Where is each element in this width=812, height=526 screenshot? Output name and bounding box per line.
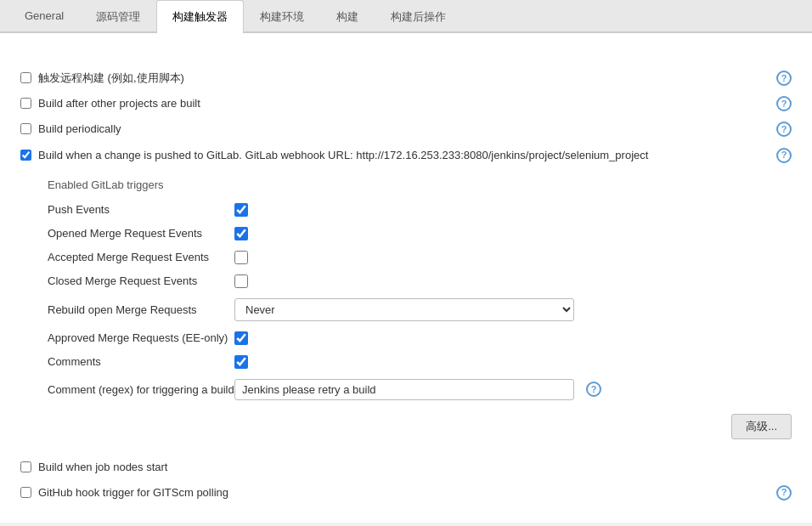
gl-row-approved: Approved Merge Requests (EE-only): [48, 326, 792, 350]
gl-label-approved: Approved Merge Requests (EE-only): [48, 331, 234, 344]
tab-general[interactable]: General: [8, 0, 80, 33]
gl-row-closed_merge: Closed Merge Request Events: [48, 269, 792, 293]
trigger-label-job_nodes: Build when job nodes start: [38, 460, 792, 475]
tab-bar: General源码管理构建触发器构建环境构建构建后操作: [0, 0, 812, 33]
triggers-container: 触发远程构建 (例如,使用脚本)?Build after other proje…: [20, 65, 792, 448]
gl-row-opened_merge: Opened Merge Request Events: [48, 222, 792, 246]
help-icon-gitlab[interactable]: ?: [776, 148, 792, 163]
trigger-label-github_hook: GitHub hook trigger for GITScm polling: [38, 485, 770, 501]
main-content: 触发远程构建 (例如,使用脚本)?Build after other proje…: [0, 33, 812, 523]
trigger-label-gitlab: Build when a change is pushed to GitLab.…: [38, 148, 770, 163]
trigger-row-periodically: Build periodically?: [20, 116, 792, 142]
trigger-checkbox-github_hook[interactable]: [20, 487, 31, 498]
gitlab-section-label: Enabled GitLab triggers: [48, 175, 792, 198]
gl-label-comments: Comments: [48, 355, 234, 368]
tab-source[interactable]: 源码管理: [80, 0, 156, 33]
gl-row-accepted_merge: Accepted Merge Request Events: [48, 246, 792, 269]
gl-comment-regex-input[interactable]: [234, 379, 574, 400]
trigger-row-gitlab: Build when a change is pushed to GitLab.…: [20, 143, 792, 168]
comment-input-wrap: ?: [234, 379, 601, 400]
tab-triggers[interactable]: 构建触发器: [156, 0, 244, 33]
trigger-row-after_other: Build after other projects are built?: [20, 91, 792, 116]
help-icon-after_other[interactable]: ?: [776, 96, 792, 111]
trigger-label-periodically: Build periodically: [38, 122, 770, 137]
trigger-checkbox-remote[interactable]: [20, 72, 31, 83]
trigger-checkbox-gitlab[interactable]: [20, 150, 31, 161]
gl-checkbox-comments[interactable]: [234, 355, 248, 369]
advanced-button[interactable]: 高级...: [731, 414, 792, 439]
help-icon-periodically[interactable]: ?: [776, 122, 792, 137]
gl-checkbox-approved[interactable]: [234, 331, 248, 345]
gl-row-comment-regex: Comment (regex) for triggering a build?: [48, 374, 792, 405]
gl-row-rebuild: Rebuild open Merge RequestsNeverOn push …: [48, 293, 792, 326]
trigger-row-github_hook: GitHub hook trigger for GITScm polling?: [20, 480, 792, 506]
help-icon-comment-regex[interactable]: ?: [586, 382, 601, 397]
trigger-row-remote: 触发远程构建 (例如,使用脚本)?: [20, 65, 792, 91]
tab-env[interactable]: 构建环境: [244, 0, 320, 33]
gl-rebuild-select[interactable]: NeverOn push to source branchOn push to …: [234, 298, 574, 321]
gl-label-opened_merge: Opened Merge Request Events: [48, 227, 234, 240]
tab-post[interactable]: 构建后操作: [375, 0, 462, 33]
gl-row-push_events: Push Events: [48, 198, 792, 222]
help-icon-remote[interactable]: ?: [776, 71, 792, 86]
advanced-btn-container: 高级...: [48, 405, 792, 448]
bottom-triggers-container: Build when job nodes startGitHub hook tr…: [20, 455, 792, 506]
gl-label-push_events: Push Events: [48, 203, 234, 216]
trigger-row-job_nodes: Build when job nodes start: [20, 455, 792, 480]
gl-label-closed_merge: Closed Merge Request Events: [48, 274, 234, 287]
gitlab-section: Enabled GitLab triggersPush EventsOpened…: [48, 175, 792, 448]
gl-checkbox-opened_merge[interactable]: [234, 227, 248, 240]
trigger-label-remote: 触发远程构建 (例如,使用脚本): [38, 71, 770, 86]
trigger-checkbox-after_other[interactable]: [20, 98, 31, 109]
gl-checkbox-accepted_merge[interactable]: [234, 251, 248, 264]
help-icon-github_hook[interactable]: ?: [776, 485, 792, 501]
trigger-checkbox-job_nodes[interactable]: [20, 461, 31, 472]
gl-label-comment-regex: Comment (regex) for triggering a build: [48, 383, 234, 396]
trigger-checkbox-periodically[interactable]: [20, 123, 31, 134]
gl-checkbox-push_events[interactable]: [234, 203, 248, 217]
gl-row-comments: Comments: [48, 350, 792, 374]
tab-build[interactable]: 构建: [320, 0, 375, 33]
gl-label-rebuild: Rebuild open Merge Requests: [48, 303, 234, 316]
trigger-label-after_other: Build after other projects are built: [38, 96, 770, 111]
gl-checkbox-closed_merge[interactable]: [234, 274, 248, 288]
gl-label-accepted_merge: Accepted Merge Request Events: [48, 251, 234, 263]
